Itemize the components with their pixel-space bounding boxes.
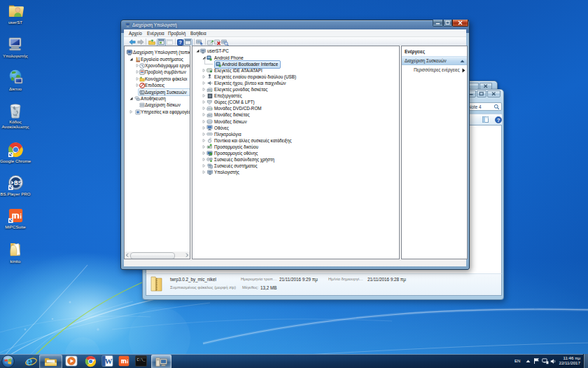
- svg-text:BS: BS: [14, 180, 22, 186]
- svg-text:?: ?: [497, 117, 500, 123]
- svg-text:W: W: [105, 357, 113, 365]
- svg-text:?: ?: [178, 40, 181, 45]
- svg-text:e: e: [26, 355, 32, 367]
- svg-text:C:\_: C:\_: [136, 358, 146, 362]
